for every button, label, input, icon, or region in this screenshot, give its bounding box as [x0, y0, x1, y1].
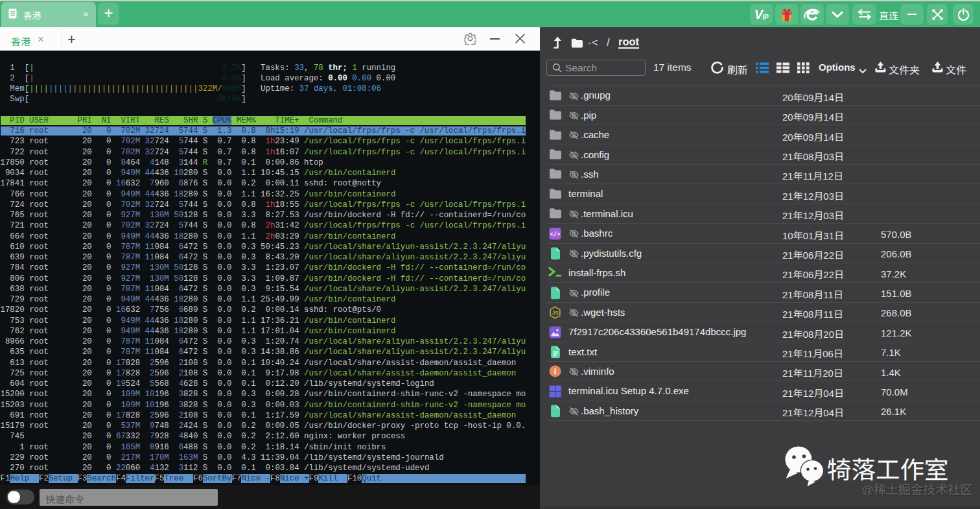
- svg-text:JS: JS: [552, 310, 559, 316]
- svg-text:</>: </>: [550, 231, 560, 238]
- svg-text:i: i: [554, 367, 557, 376]
